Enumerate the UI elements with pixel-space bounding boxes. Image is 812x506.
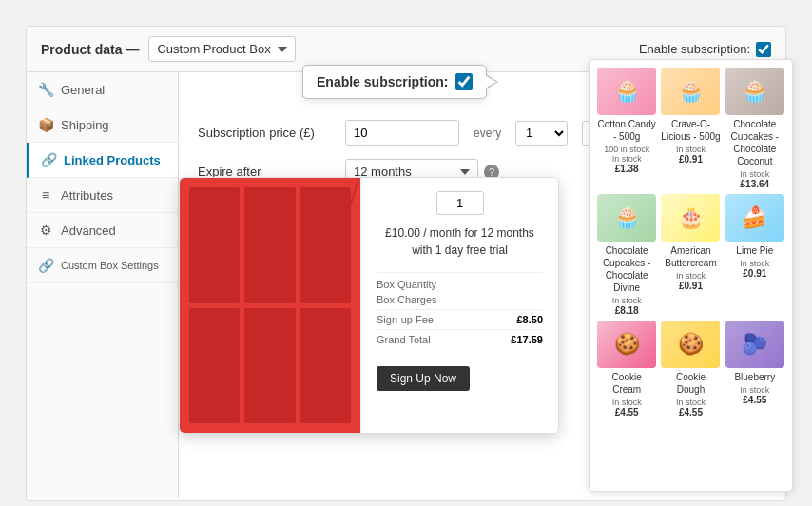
sidebar-item-attributes-label: Attributes xyxy=(61,188,113,203)
product-instock-5: In stock xyxy=(661,271,720,281)
grid-cell-4 xyxy=(189,308,240,424)
product-img-4: 🧁 xyxy=(597,194,656,242)
product-name-2: Crave-O-Licious - 500g xyxy=(661,118,720,143)
grand-total-label: Grand Total xyxy=(377,334,431,345)
product-card-1: 🧁 Cotton Candy - 500g 100 in stock In st… xyxy=(597,68,656,189)
signup-now-button[interactable]: Sign Up Now xyxy=(377,366,470,391)
signup-fee-panel-label: Sign-up Fee xyxy=(377,314,434,325)
box-quantity-input[interactable] xyxy=(436,191,484,215)
product-name-8: Cookie Dough xyxy=(661,371,720,396)
product-name-3: Chocolate Cupcakes - Chocolate Coconut xyxy=(725,118,784,167)
box-qty-label: Box Quantity xyxy=(377,279,436,290)
product-img-5: 🎂 xyxy=(661,194,720,242)
panel-row-box-charges: Box Charges xyxy=(377,294,543,305)
red-grid xyxy=(180,178,360,433)
white-panel: £10.00 / month for 12 months with 1 day … xyxy=(360,178,558,433)
enable-subscription-tooltip: Enable subscription: xyxy=(302,65,487,99)
product-card-4: 🧁 Chocolate Cupcakes - Chocolate Divine … xyxy=(597,194,656,316)
tooltip-label: Enable subscription: xyxy=(317,74,448,89)
product-card-7: 🍪 Cookie Cream In stock £4.55 xyxy=(597,321,656,418)
shipping-icon: 📦 xyxy=(38,117,53,132)
sidebar-item-general-label: General xyxy=(61,83,105,97)
grid-cell-1 xyxy=(189,187,240,303)
product-instock-9: In stock xyxy=(725,385,784,395)
product-card-8: 🍪 Cookie Dough In stock £4.55 xyxy=(661,321,720,418)
grid-cell-2 xyxy=(244,187,295,303)
product-img-3: 🧁 xyxy=(725,68,784,115)
sidebar-item-linked-products[interactable]: 🔗 Linked Products xyxy=(27,143,178,178)
product-img-2: 🧁 xyxy=(661,68,720,115)
product-price-3: £13.64 xyxy=(725,179,784,189)
product-price-8: £4.55 xyxy=(661,407,720,418)
subscription-price-input[interactable] xyxy=(345,120,459,146)
product-price-2: £0.91 xyxy=(661,154,720,165)
product-instock-6: In stock xyxy=(725,259,784,268)
panel-row-box-quantity: Box Quantity xyxy=(377,279,543,290)
product-card-5: 🎂 American Buttercream In stock £0.91 xyxy=(661,194,720,316)
every-label: every xyxy=(474,126,501,140)
link-icon: 🔗 xyxy=(41,152,56,167)
attributes-icon: ≡ xyxy=(38,187,53,203)
sidebar-item-advanced[interactable]: ⚙ Advanced xyxy=(27,213,178,248)
product-name-4: Chocolate Cupcakes - Chocolate Divine xyxy=(597,244,656,294)
box-charges-label: Box Charges xyxy=(377,294,437,305)
sidebar-item-custom-box[interactable]: 🔗 Custom Box Settings xyxy=(27,248,178,283)
signup-fee-panel-value: £8.50 xyxy=(516,314,543,325)
product-type-select[interactable]: Custom Product Box xyxy=(148,36,296,62)
sidebar-item-shipping-label: Shipping xyxy=(61,118,109,132)
signup-btn-section: Sign Up Now xyxy=(377,359,543,391)
sidebar-item-shipping[interactable]: 📦 Shipping xyxy=(27,107,178,143)
enable-subscription-checkbox-header[interactable] xyxy=(756,42,771,57)
product-img-9: 🫐 xyxy=(725,321,784,368)
product-instock-7: In stock xyxy=(597,398,656,407)
product-card-2: 🧁 Crave-O-Licious - 500g In stock £0.91 xyxy=(661,68,720,189)
panel-rows: Box Quantity Box Charges Sign-up Fee £8.… xyxy=(377,272,543,345)
grid-cell-6 xyxy=(300,308,351,424)
sidebar-item-linked-label: Linked Products xyxy=(64,153,161,167)
product-instock-4: In stock xyxy=(597,296,656,305)
product-card-6: 🍰 Lime Pie In stock £0.91 xyxy=(725,194,784,316)
subscription-overlay: £10.00 / month for 12 months with 1 day … xyxy=(179,177,559,434)
product-name-5: American Buttercream xyxy=(661,244,720,269)
product-price-9: £4.55 xyxy=(725,395,784,405)
qty-section xyxy=(377,191,543,215)
product-img-6: 🍰 xyxy=(725,194,784,242)
product-card-9: 🫐 Blueberry In stock £4.55 xyxy=(725,321,784,418)
product-price-1: £1.38 xyxy=(597,164,656,174)
grid-cell-3 xyxy=(300,187,351,303)
product-instock-8: In stock xyxy=(661,398,720,407)
product-price-6: £0.91 xyxy=(725,268,784,279)
products-grid: 🧁 Cotton Candy - 500g 100 in stock In st… xyxy=(597,68,784,418)
product-name-1: Cotton Candy - 500g xyxy=(597,118,656,143)
panel-row-signup-fee: Sign-up Fee £8.50 xyxy=(377,309,543,325)
sidebar-item-general[interactable]: 🔧 General xyxy=(27,72,178,107)
interval-select[interactable]: 123 xyxy=(515,121,568,146)
enable-subscription-checkbox-tooltip[interactable] xyxy=(455,73,473,90)
product-name-6: Lime Pie xyxy=(725,244,784,257)
product-img-8: 🍪 xyxy=(661,321,720,368)
sidebar: 🔧 General 📦 Shipping 🔗 Linked Products ≡… xyxy=(27,72,179,498)
product-name-7: Cookie Cream xyxy=(597,371,656,396)
product-instock-3: In stock xyxy=(725,169,784,179)
subscription-price-label: Subscription price (£) xyxy=(198,126,331,140)
advanced-icon: ⚙ xyxy=(38,223,53,238)
product-price-7: £4.55 xyxy=(597,407,656,418)
panel-row-grand-total: Grand Total £17.59 xyxy=(377,329,543,345)
product-price-4: £8.18 xyxy=(597,305,656,316)
product-card-3: 🧁 Chocolate Cupcakes - Chocolate Coconut… xyxy=(725,68,784,189)
sidebar-item-advanced-label: Advanced xyxy=(61,224,116,238)
sidebar-item-attributes[interactable]: ≡ Attributes xyxy=(27,178,178,213)
product-instock-2: In stock xyxy=(661,145,720,154)
product-price-5: £0.91 xyxy=(661,281,720,291)
grid-cell-5 xyxy=(244,308,295,424)
product-data-label: Product data — xyxy=(41,42,139,57)
product-img-7: 🍪 xyxy=(597,321,656,368)
product-name-9: Blueberry xyxy=(725,371,784,383)
grand-total-value: £17.59 xyxy=(511,334,543,345)
products-overlay: 🧁 Cotton Candy - 500g 100 in stock In st… xyxy=(589,59,793,492)
product-stock-1: 100 in stock xyxy=(597,145,656,154)
enable-subscription-header-label: Enable subscription: xyxy=(639,42,750,56)
wrench-icon: 🔧 xyxy=(38,82,53,97)
sidebar-item-custom-box-label: Custom Box Settings xyxy=(61,260,159,271)
product-instock-1: In stock xyxy=(597,154,656,164)
